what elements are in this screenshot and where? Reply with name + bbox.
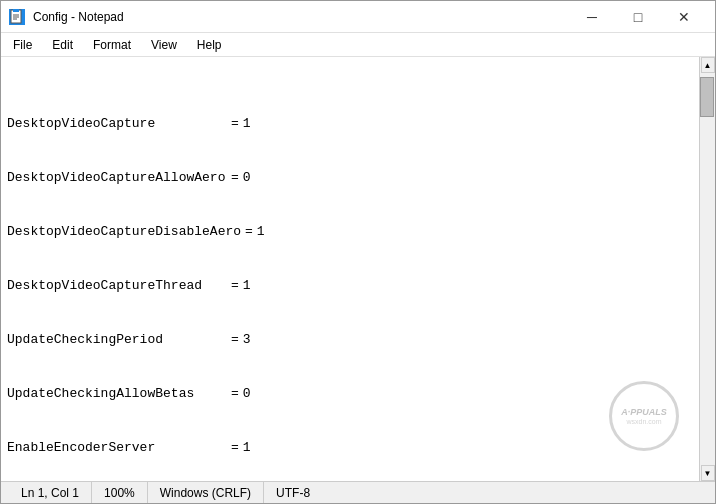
- status-bar: Ln 1, Col 1 100% Windows (CRLF) UTF-8: [1, 481, 715, 503]
- title-bar: Config - Notepad ─ □ ✕: [1, 1, 715, 33]
- close-button[interactable]: ✕: [661, 1, 707, 33]
- main-window: Config - Notepad ─ □ ✕ File Edit Format …: [0, 0, 716, 504]
- line-item: DesktopVideoCaptureAllowAero = 0: [7, 169, 693, 187]
- watermark: A·PPUALS wsxdn.com: [609, 381, 679, 451]
- menu-view[interactable]: View: [143, 36, 185, 54]
- line-item: UpdateCheckingPeriod = 3: [7, 331, 693, 349]
- scroll-thumb[interactable]: [700, 77, 714, 117]
- menu-bar: File Edit Format View Help: [1, 33, 715, 57]
- minimize-button[interactable]: ─: [569, 1, 615, 33]
- content-area: DesktopVideoCapture = 1 DesktopVideoCapt…: [1, 57, 715, 481]
- notepad-icon: [9, 9, 25, 25]
- status-lineending: Windows (CRLF): [148, 482, 264, 503]
- menu-help[interactable]: Help: [189, 36, 230, 54]
- line-item: DesktopVideoCaptureThread = 1: [7, 277, 693, 295]
- status-encoding: UTF-8: [264, 482, 322, 503]
- menu-edit[interactable]: Edit: [44, 36, 81, 54]
- svg-rect-1: [13, 9, 19, 12]
- window-title: Config - Notepad: [33, 10, 124, 24]
- line-item: UpdateCheckingAllowBetas = 0: [7, 385, 693, 403]
- line-item: DesktopVideoCapture = 1: [7, 115, 693, 133]
- scroll-down-button[interactable]: ▼: [701, 465, 715, 481]
- title-bar-left: Config - Notepad: [9, 9, 124, 25]
- line-item: DesktopVideoCaptureDisableAero = 1: [7, 223, 693, 241]
- scroll-up-button[interactable]: ▲: [701, 57, 715, 73]
- title-bar-controls: ─ □ ✕: [569, 1, 707, 33]
- text-lines: DesktopVideoCapture = 1 DesktopVideoCapt…: [1, 57, 699, 481]
- status-position: Ln 1, Col 1: [9, 482, 92, 503]
- vertical-scrollbar[interactable]: ▲ ▼: [699, 57, 715, 481]
- status-zoom: 100%: [92, 482, 148, 503]
- menu-file[interactable]: File: [5, 36, 40, 54]
- line-item: EnableEncoderServer = 1: [7, 439, 693, 457]
- maximize-button[interactable]: □: [615, 1, 661, 33]
- menu-format[interactable]: Format: [85, 36, 139, 54]
- text-area[interactable]: DesktopVideoCapture = 1 DesktopVideoCapt…: [1, 57, 699, 481]
